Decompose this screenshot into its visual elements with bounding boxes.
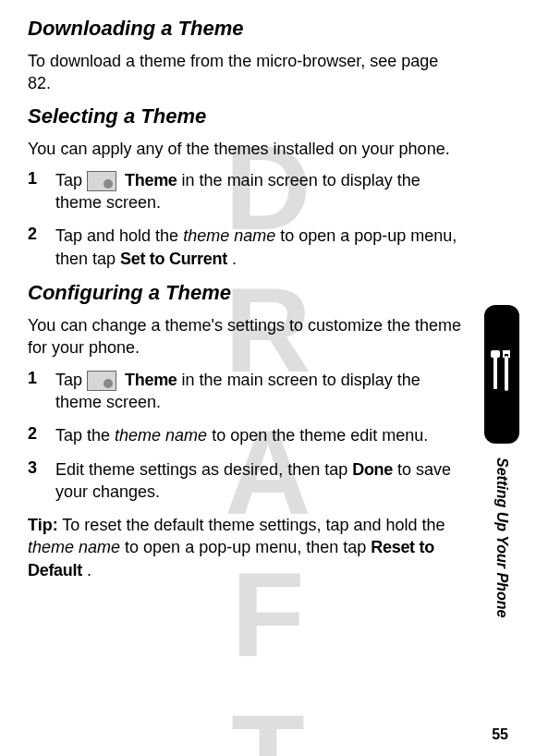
text-part: .: [232, 250, 237, 268]
text-part: Tap the: [55, 426, 115, 445]
heading-selecting: Selecting a Theme: [28, 104, 462, 128]
step-selecting-2: 2 Tap and hold the theme name to open a …: [28, 225, 462, 270]
page-content: Downloading a Theme To download a theme …: [0, 0, 499, 581]
body-downloading: To download a theme from the micro-brows…: [28, 50, 462, 95]
text-part: Tap: [55, 171, 87, 189]
steps-configuring: 1 Tap Theme in the main screen to displa…: [28, 369, 462, 503]
side-label-container: Setting Up Your Phone: [484, 457, 519, 716]
theme-icon: [87, 171, 116, 191]
page-number: 55: [492, 726, 508, 743]
set-to-current-label: Set to Current: [120, 250, 227, 268]
body-configuring: You can change a theme's settings to cus…: [28, 314, 462, 360]
steps-selecting: 1 Tap Theme in the main screen to displa…: [28, 169, 462, 270]
side-label-text: Setting Up Your Phone: [493, 457, 510, 617]
tip-paragraph: Tip: To reset the default theme settings…: [28, 514, 462, 581]
theme-name-var: theme name: [183, 226, 275, 245]
text-part: to open the theme edit menu.: [212, 426, 428, 445]
side-tab-settings-icon: [484, 305, 519, 444]
step-number: 1: [28, 169, 55, 189]
text-part: to open a pop-up menu, then tap: [125, 538, 371, 556]
step-number: 2: [28, 225, 55, 244]
step-text: Tap Theme in the main screen to display …: [55, 169, 462, 214]
step-configuring-2: 2 Tap the theme name to open the theme e…: [28, 424, 462, 446]
svg-rect-1: [491, 350, 500, 358]
step-configuring-1: 1 Tap Theme in the main screen to displa…: [28, 369, 462, 414]
svg-rect-2: [505, 356, 508, 391]
text-part: Tap and hold the: [55, 226, 183, 245]
theme-icon: [87, 371, 116, 391]
step-number: 3: [28, 458, 55, 478]
step-text: Edit theme settings as desired, then tap…: [55, 458, 462, 504]
step-text: Tap and hold the theme name to open a po…: [55, 225, 462, 270]
tools-icon: [490, 347, 514, 402]
heading-downloading: Downloading a Theme: [28, 17, 462, 41]
step-number: 2: [28, 424, 55, 444]
theme-name-var: theme name: [28, 538, 120, 556]
heading-configuring: Configuring a Theme: [28, 281, 462, 305]
theme-label: Theme: [125, 171, 177, 189]
theme-label: Theme: [125, 371, 177, 389]
text-part: .: [87, 561, 91, 579]
step-text: Tap Theme in the main screen to display …: [55, 369, 462, 414]
theme-name-var: theme name: [115, 426, 207, 445]
step-configuring-3: 3 Edit theme settings as desired, then t…: [28, 458, 462, 504]
step-selecting-1: 1 Tap Theme in the main screen to displa…: [28, 169, 462, 214]
text-part: Tap: [55, 371, 87, 389]
done-label: Done: [352, 460, 393, 479]
text-part: Edit theme settings as desired, then tap: [55, 460, 352, 479]
step-text: Tap the theme name to open the theme edi…: [55, 424, 462, 446]
step-number: 1: [28, 369, 55, 388]
tip-label: Tip:: [28, 516, 58, 534]
body-selecting: You can apply any of the themes installe…: [28, 138, 462, 160]
text-part: To reset the default theme settings, tap…: [62, 516, 445, 534]
